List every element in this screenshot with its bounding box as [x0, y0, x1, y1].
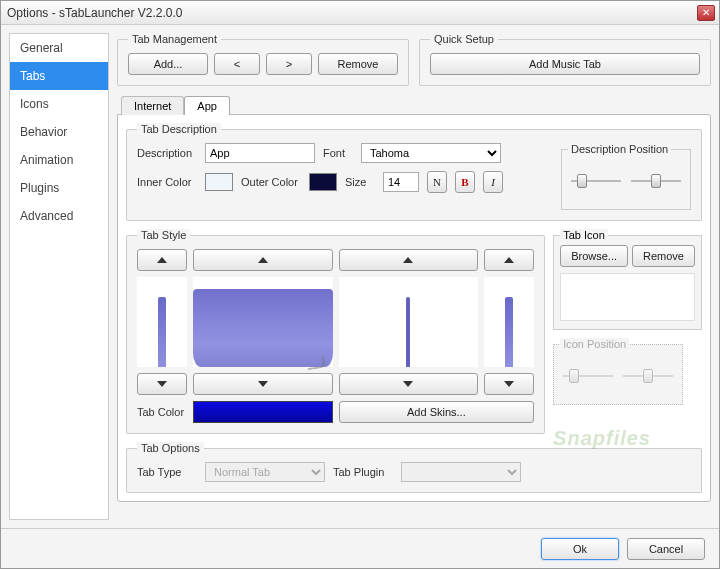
tab-options-legend: Tab Options	[137, 442, 204, 454]
tab-description-group: Tab Description Description Font Tahoma	[126, 123, 702, 221]
sidebar-item-general[interactable]: General	[10, 34, 108, 62]
tab-plugin-select	[401, 462, 521, 482]
icon-position-sliders	[560, 354, 676, 398]
top-panels: Tab Management Add... < > Remove Quick S…	[117, 33, 711, 86]
tab-internet[interactable]: Internet	[121, 96, 184, 115]
options-window: Options - sTabLauncher V2.2.0.0 ✕ Genera…	[0, 0, 720, 569]
tab-type-select: Normal Tab	[205, 462, 325, 482]
next-button[interactable]: >	[266, 53, 312, 75]
add-button[interactable]: Add...	[128, 53, 208, 75]
icon-position-legend: Icon Position	[560, 338, 629, 350]
description-input[interactable]	[205, 143, 315, 163]
main-panel: Tab Management Add... < > Remove Quick S…	[117, 33, 711, 520]
style-down-1[interactable]	[137, 373, 187, 395]
sidebar-item-plugins[interactable]: Plugins	[10, 174, 108, 202]
svg-marker-1	[258, 257, 268, 263]
tab-color-swatch[interactable]	[193, 401, 333, 423]
add-music-tab-button[interactable]: Add Music Tab	[430, 53, 700, 75]
description-label: Description	[137, 147, 197, 159]
tab-style-legend: Tab Style	[137, 229, 190, 241]
normal-style-button[interactable]: N	[427, 171, 447, 193]
tab-color-label: Tab Color	[137, 406, 197, 418]
tab-icon-group: Tab Icon Browse... Remove	[553, 229, 702, 330]
tab-style-group: Tab Style	[126, 229, 545, 434]
svg-marker-0	[157, 257, 167, 263]
bold-style-button[interactable]: B	[455, 171, 475, 193]
inner-color-label: Inner Color	[137, 176, 197, 188]
style-down-2[interactable]	[193, 373, 333, 395]
svg-marker-2	[403, 257, 413, 263]
inner-color-swatch[interactable]	[205, 173, 233, 191]
style-up-1[interactable]	[137, 249, 187, 271]
tab-management-group: Tab Management Add... < > Remove	[117, 33, 409, 86]
style-up-3[interactable]	[339, 249, 479, 271]
tab-description-legend: Tab Description	[137, 123, 221, 135]
style-up-2[interactable]	[193, 249, 333, 271]
browse-button[interactable]: Browse...	[560, 245, 628, 267]
icon-position-group: Icon Position	[553, 338, 683, 405]
quick-setup-group: Quick Setup Add Music Tab	[419, 33, 711, 86]
cancel-button[interactable]: Cancel	[627, 538, 705, 560]
position-sliders[interactable]	[568, 159, 684, 203]
add-skins-button[interactable]: Add Skins...	[339, 401, 535, 423]
sidebar-item-advanced[interactable]: Advanced	[10, 202, 108, 230]
description-position-group: Description Position	[561, 143, 691, 210]
quick-setup-legend: Quick Setup	[430, 33, 498, 45]
remove-button[interactable]: Remove	[318, 53, 398, 75]
sidebar: General Tabs Icons Behavior Animation Pl…	[9, 33, 109, 520]
tab-plugin-label: Tab Plugin	[333, 466, 393, 478]
svg-marker-7	[504, 381, 514, 387]
sidebar-item-tabs[interactable]: Tabs	[10, 62, 108, 90]
close-icon[interactable]: ✕	[697, 5, 715, 21]
svg-marker-6	[403, 381, 413, 387]
tab-content: Tab Description Description Font Tahoma	[117, 114, 711, 502]
tab-options-group: Tab Options Tab Type Normal Tab Tab Plug…	[126, 442, 702, 493]
size-input[interactable]	[383, 172, 419, 192]
tab-app[interactable]: App	[184, 96, 230, 115]
font-select[interactable]: Tahoma	[361, 143, 501, 163]
size-label: Size	[345, 176, 375, 188]
italic-style-button[interactable]: I	[483, 171, 503, 193]
svg-marker-4	[157, 381, 167, 387]
svg-marker-5	[258, 381, 268, 387]
titlebar: Options - sTabLauncher V2.2.0.0 ✕	[1, 1, 719, 25]
style-down-4[interactable]	[484, 373, 534, 395]
remove-icon-button[interactable]: Remove	[632, 245, 695, 267]
font-label: Font	[323, 147, 353, 159]
tab-icon-legend: Tab Icon	[560, 229, 608, 241]
description-position-legend: Description Position	[568, 143, 671, 155]
footer: Ok Cancel	[1, 528, 719, 568]
body: General Tabs Icons Behavior Animation Pl…	[1, 25, 719, 528]
style-up-4[interactable]	[484, 249, 534, 271]
tab-preview-left-cap	[137, 277, 187, 367]
tab-style-row: Tab Style	[126, 229, 702, 434]
ok-button[interactable]: Ok	[541, 538, 619, 560]
window-title: Options - sTabLauncher V2.2.0.0	[7, 6, 182, 20]
outer-color-label: Outer Color	[241, 176, 301, 188]
sidebar-item-behavior[interactable]: Behavior	[10, 118, 108, 146]
svg-marker-3	[504, 257, 514, 263]
sidebar-item-icons[interactable]: Icons	[10, 90, 108, 118]
prev-button[interactable]: <	[214, 53, 260, 75]
tab-management-legend: Tab Management	[128, 33, 221, 45]
inner-tabs: Internet App Tab Description Description…	[117, 92, 711, 502]
tab-type-label: Tab Type	[137, 466, 197, 478]
tab-preview-right-cap	[484, 277, 534, 367]
tab-preview-divider	[339, 277, 479, 367]
icon-preview	[560, 273, 695, 321]
outer-color-swatch[interactable]	[309, 173, 337, 191]
style-down-3[interactable]	[339, 373, 479, 395]
tab-preview-body	[193, 277, 333, 367]
sidebar-item-animation[interactable]: Animation	[10, 146, 108, 174]
